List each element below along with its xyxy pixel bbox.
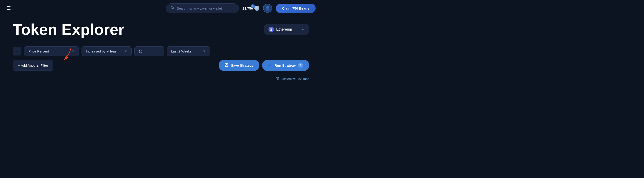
main-content: Token Explorer Ξ Ethereum ▼ − Price Perc… [0, 17, 322, 75]
navbar: ☰ Search for any token or wallet 1 21,75… [0, 0, 322, 17]
run-icon [268, 63, 272, 68]
search-bar[interactable]: Search for any token or wallet [166, 4, 239, 13]
run-strategy-badge: 1 [298, 63, 303, 67]
search-bar-placeholder: Search for any token or wallet [177, 6, 222, 10]
navbar-right: Search for any token or wallet 1 21,750 [166, 4, 316, 13]
svg-point-5 [266, 7, 267, 7]
svg-rect-8 [226, 63, 228, 65]
filter-condition-label: Increased by at least [86, 49, 117, 53]
customize-columns-icon [276, 77, 279, 81]
save-strategy-button[interactable]: Save Strategy [218, 60, 260, 71]
chevron-down-icon: ▼ [301, 28, 304, 31]
filter-timeframe-label: Last 2 Weeks [171, 49, 192, 53]
filter-condition-dropdown[interactable]: Increased by at least ▼ [82, 46, 132, 56]
svg-line-1 [173, 9, 174, 9]
filter-type-chevron-icon: ▼ [72, 50, 74, 53]
hamburger-menu-icon[interactable]: ☰ [6, 5, 11, 11]
filter-condition-chevron-icon: ▼ [124, 50, 127, 53]
filter-timeframe-chevron-icon: ▼ [203, 50, 206, 53]
svg-rect-9 [226, 65, 228, 66]
run-strategy-label: Run Strategy [274, 63, 296, 67]
page-header: Token Explorer Ξ Ethereum ▼ [13, 21, 309, 38]
save-strategy-label: Save Strategy [231, 63, 254, 67]
customize-columns-button[interactable]: Customize Columns [276, 77, 309, 81]
filter-type-label: Price Percent [28, 49, 49, 53]
network-name: Ethereum [276, 27, 299, 32]
filter-timeframe-dropdown[interactable]: Last 2 Weeks ▼ [167, 46, 210, 56]
save-icon [224, 63, 229, 68]
search-icon [171, 6, 174, 11]
claim-beans-button[interactable]: Claim 750 Beans [276, 4, 316, 13]
notification-badge: 1 [251, 4, 255, 9]
add-another-filter-button[interactable]: + Add Another Filter [13, 60, 53, 71]
network-selector[interactable]: Ξ Ethereum ▼ [264, 24, 309, 35]
bean-icon [254, 6, 260, 11]
page-title: Token Explorer [13, 21, 124, 38]
navbar-left: ☰ [6, 5, 11, 11]
beans-counter: 1 21,750 [242, 6, 260, 11]
filter-value-input[interactable] [134, 46, 164, 56]
remove-filter-button[interactable]: − [13, 47, 22, 55]
filter-type-dropdown[interactable]: Price Percent ▼ [24, 46, 79, 56]
ethereum-icon: Ξ [268, 27, 274, 32]
svg-rect-13 [276, 77, 277, 80]
filter-section: − Price Percent ▼ Increased by at least … [13, 46, 309, 71]
filter-row: − Price Percent ▼ Increased by at least … [13, 46, 309, 56]
svg-point-4 [266, 6, 269, 9]
action-buttons: Save Strategy Run Strategy 1 [218, 60, 309, 71]
action-row: + Add Another Filter Save Strategy [13, 60, 309, 71]
avatar[interactable] [263, 4, 272, 13]
customize-columns-label: Customize Columns [281, 77, 309, 81]
run-strategy-button[interactable]: Run Strategy 1 [262, 60, 309, 71]
